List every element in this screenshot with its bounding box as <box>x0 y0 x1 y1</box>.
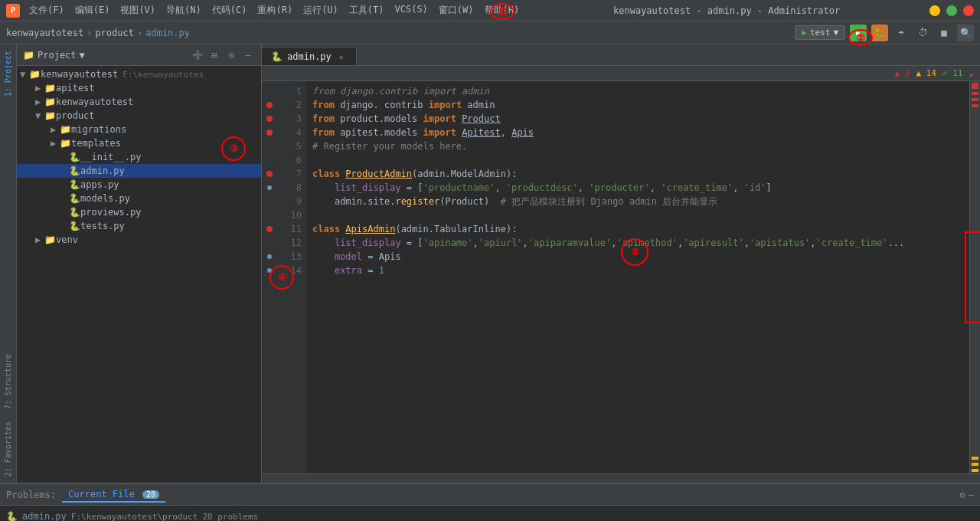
tree-item-root[interactable]: ▼ 📁 kenwayautotest F:\kenwayautotes <box>17 67 261 81</box>
editor-area: 🐍 admin.py ✕ ▲ 3 ▲ 14 ✓ 11 ⌄ ④ <box>262 44 980 483</box>
tree-item-venv[interactable]: ▶ 📁 venv <box>17 233 261 247</box>
problems-tab-current-file[interactable]: Current File 28 <box>62 487 165 503</box>
sidebar-label-structure[interactable]: 7: Structure <box>2 348 14 415</box>
gutter <box>262 81 277 473</box>
menu-bar: 文件(F) 编辑(E) 视图(V) 导航(N) 代码(C) 重构(R) 运行(U… <box>24 2 524 18</box>
problems-label: Problems: <box>6 490 56 500</box>
code-content[interactable]: from django.contrib import admin from dj… <box>306 81 969 473</box>
minimize-button[interactable] <box>929 5 940 16</box>
tree-item-templates[interactable]: ▶ 📁 templates <box>17 136 261 150</box>
sidebar-label-project[interactable]: 1: Project <box>2 44 14 103</box>
coverage-button[interactable]: ☂ <box>893 25 910 41</box>
project-collapse-button[interactable]: ⊟ <box>207 48 221 62</box>
menu-run[interactable]: 运行(U) <box>299 2 343 18</box>
line-numbers: 123456 789101112 1314 <box>277 81 306 473</box>
menu-vcs[interactable]: VCS(S) <box>390 2 433 18</box>
stop-button[interactable]: ■ <box>936 25 952 41</box>
problems-tab-bar: Problems: Current File 28 ⚙ — <box>0 484 980 506</box>
breadcrumb-file[interactable]: admin.py <box>145 28 190 38</box>
menu-view[interactable]: 视图(V) <box>116 2 160 18</box>
close-button[interactable] <box>963 5 974 16</box>
tree-item-migrations[interactable]: ▶ 📁 migrations <box>17 123 261 136</box>
nav-bar: kenwayautotest › product › admin.py ▶ te… <box>0 21 980 44</box>
tree-item-admin-py[interactable]: 🐍 admin.py <box>17 164 261 178</box>
breadcrumb-product[interactable]: product <box>95 28 134 38</box>
problems-panel: ⑦ Problems: Current File 28 ⚙ — 🐍 admin.… <box>0 483 980 521</box>
scroll-error-indicator[interactable] <box>972 83 978 89</box>
menu-navigate[interactable]: 导航(N) <box>162 2 206 18</box>
profile-button[interactable]: ⏱ <box>914 25 931 41</box>
project-close-button[interactable]: — <box>241 48 255 62</box>
search-everywhere-button[interactable]: 🔍 <box>957 25 974 41</box>
left-sidebar: 1: Project 7: Structure 2: Favorites <box>0 44 17 483</box>
error-count: ▲ 3 <box>895 68 910 78</box>
tree-item-tests-py[interactable]: 🐍 tests.py <box>17 219 261 233</box>
menu-refactor[interactable]: 重构(R) <box>253 2 297 18</box>
ok-count: ✓ 11 <box>942 68 963 78</box>
warning-count: ▲ 14 <box>916 68 936 78</box>
expand-errors-button[interactable]: ⌄ <box>969 68 974 78</box>
tree-item-apitest[interactable]: ▶ 📁 apitest <box>17 81 261 95</box>
problems-settings-button[interactable]: ⚙ <box>960 490 965 500</box>
project-add-button[interactable]: ➕ <box>191 48 204 62</box>
horizontal-scrollbar[interactable] <box>262 473 980 483</box>
tree-item-init-py[interactable]: 🐍 __init__.py <box>17 150 261 164</box>
debug-button[interactable]: 🐛 <box>871 25 888 41</box>
problems-content: 🐍 admin.py F:\kenwayautotest\product 28 … <box>0 506 980 521</box>
app-logo: P <box>6 4 20 18</box>
tab-admin-py[interactable]: 🐍 admin.py ✕ <box>262 48 357 65</box>
run-button[interactable]: ▶ <box>850 25 867 41</box>
project-panel-header: 📁 Project ▼ ➕ ⊟ ⚙ — <box>17 44 261 66</box>
run-config-selector[interactable]: ▶ test ▼ <box>795 25 845 40</box>
file-tree: ▼ 📁 kenwayautotest F:\kenwayautotes ▶ 📁 … <box>17 66 261 483</box>
project-settings-button[interactable]: ⚙ <box>224 48 238 62</box>
tree-item-product[interactable]: ▼ 📁 product <box>17 109 261 123</box>
breadcrumb: kenwayautotest › product › admin.py <box>6 28 190 38</box>
maximize-button[interactable] <box>946 5 957 16</box>
window-title: kenwayautotest - admin.py - Administrato… <box>613 5 840 16</box>
tree-item-models-py[interactable]: 🐍 models.py <box>17 192 261 205</box>
scroll-error-indicator-2[interactable] <box>972 92 978 95</box>
menu-code[interactable]: 代码(C) <box>207 2 252 18</box>
tab-bar: 🐍 admin.py ✕ <box>262 44 980 66</box>
tab-close-button[interactable]: ✕ <box>336 51 347 62</box>
menu-tools[interactable]: 工具(T) <box>345 2 389 18</box>
sidebar-label-favorites[interactable]: 2: Favorites <box>2 415 14 483</box>
title-bar: P 文件(F) 编辑(E) 视图(V) 导航(N) 代码(C) 重构(R) 运行… <box>0 0 980 21</box>
problem-file-header: 🐍 admin.py F:\kenwayautotest\product 28 … <box>0 509 980 521</box>
project-panel: ③ 📁 Project ▼ ➕ ⊟ ⚙ — ▼ 📁 <box>17 44 262 483</box>
tree-item-apps-py[interactable]: 🐍 apps.py <box>17 178 261 192</box>
breadcrumb-project[interactable]: kenwayautotest <box>6 28 83 38</box>
tree-item-proviews-py[interactable]: 🐍 proviews.py <box>17 205 261 219</box>
menu-file[interactable]: 文件(F) <box>24 2 69 18</box>
scroll-indicators[interactable] <box>969 81 980 473</box>
problems-count-badge: 28 <box>142 490 159 499</box>
menu-edit[interactable]: 编辑(E) <box>70 2 115 18</box>
error-info-bar: ▲ 3 ▲ 14 ✓ 11 ⌄ <box>262 66 980 81</box>
project-panel-title[interactable]: 📁 Project ▼ <box>23 50 85 61</box>
tree-item-kenwayautotest[interactable]: ▶ 📁 kenwayautotest <box>17 95 261 109</box>
problems-close-button[interactable]: — <box>969 490 974 500</box>
menu-window[interactable]: 窗口(W) <box>434 2 479 18</box>
scroll-error-indicator-3 <box>972 98 978 101</box>
menu-help[interactable]: 帮助(H) <box>480 2 524 18</box>
